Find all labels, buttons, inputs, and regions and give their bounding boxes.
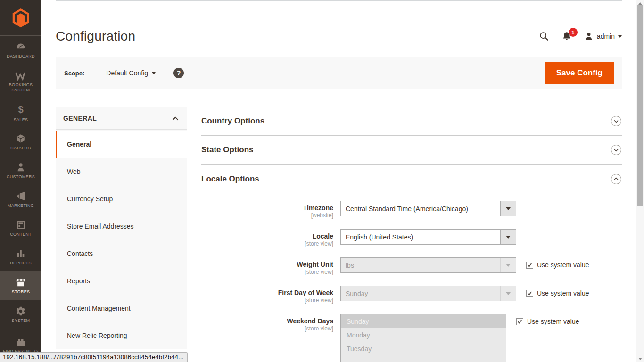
form-row-locale: Locale [store view] English (United Stat… <box>201 229 622 247</box>
multiselect-option-sunday: Sunday <box>341 314 506 328</box>
browser-scrollbar[interactable] <box>636 0 644 362</box>
config-nav-item-contacts[interactable]: Contacts <box>56 240 187 267</box>
triangle-down-icon <box>638 358 642 360</box>
scope-switcher[interactable]: Default Config <box>106 69 156 77</box>
select-value: lbs <box>346 262 354 269</box>
magento-logo-icon <box>10 7 32 29</box>
chevron-down-icon <box>506 207 511 210</box>
config-nav-item-currency-setup[interactable]: Currency Setup <box>56 185 187 213</box>
use-system-value-toggle[interactable]: Use system value <box>516 314 579 325</box>
sidebar-item-reports[interactable]: REPORTS <box>0 243 41 272</box>
use-system-value-toggle[interactable]: Use system value <box>526 286 589 297</box>
dropdown-button <box>500 258 516 272</box>
nav-item-label: New Relic Reporting <box>67 332 127 339</box>
notification-badge: 1 <box>569 28 578 37</box>
search-button[interactable] <box>539 31 549 41</box>
partners-icon <box>16 337 26 347</box>
select-value: Central Standard Time (America/Chicago) <box>346 205 468 213</box>
marketing-icon <box>16 191 26 201</box>
config-nav-item-new-relic-reporting[interactable]: New Relic Reporting <box>56 322 187 349</box>
search-icon <box>539 31 549 41</box>
save-config-button[interactable]: Save Config <box>545 62 614 84</box>
customers-icon <box>16 162 26 173</box>
sidebar-item-label: CONTENT <box>10 232 32 237</box>
scope-bar: Scope: Default Config ? Save Config <box>56 57 622 89</box>
stores-icon <box>15 277 26 288</box>
use-system-value-label: Use system value <box>537 289 589 297</box>
select-value: Sunday <box>346 290 368 297</box>
main-content: Configuration 1 admin <box>41 0 636 362</box>
config-nav-item-general[interactable]: General <box>56 131 187 158</box>
page-header: Configuration 1 admin <box>56 1 622 57</box>
chevron-down-circle-icon <box>611 115 622 127</box>
field-scope-hint: [store view] <box>201 240 333 247</box>
magento-logo[interactable] <box>0 0 41 36</box>
sidebar-item-catalog[interactable]: CATALOG <box>0 128 41 156</box>
bookings-icon <box>15 71 26 81</box>
checkmark-icon <box>517 319 522 324</box>
scope-help-button[interactable]: ? <box>173 68 184 78</box>
scrollbar-down-arrow[interactable] <box>636 355 644 362</box>
sidebar-item-bookings-system[interactable]: BOOKINGS SYSTEM <box>0 65 41 99</box>
nav-item-label: General <box>67 140 91 148</box>
first-day-of-week-select: Sunday <box>340 286 516 301</box>
sidebar-item-system[interactable]: SYSTEM <box>0 300 41 329</box>
checkbox-checked[interactable] <box>526 262 533 269</box>
user-icon <box>584 32 594 41</box>
sidebar-item-label: MARKETING <box>8 203 34 208</box>
sidebar-item-dashboard[interactable]: DASHBOARD <box>0 36 41 65</box>
use-system-value-toggle[interactable]: Use system value <box>526 257 589 269</box>
dropdown-button[interactable] <box>500 230 516 244</box>
scope-value: Default Config <box>106 69 148 77</box>
field-control: lbs <box>340 257 516 273</box>
scope-controls: Scope: Default Config ? <box>64 68 184 78</box>
sidebar-item-label: SYSTEM <box>12 318 30 323</box>
sidebar-item-customers[interactable]: CUSTOMERS <box>0 156 41 185</box>
section-title: Locale Options <box>201 174 259 184</box>
config-nav-section-title: GENERAL <box>63 115 97 122</box>
chevron-down-icon <box>618 35 622 38</box>
field-control: Sunday Monday Tuesday <box>340 314 506 362</box>
sidebar-divider <box>7 330 35 330</box>
sidebar-item-content[interactable]: CONTENT <box>0 214 41 243</box>
field-control: Central Standard Time (America/Chicago) <box>340 201 516 216</box>
config-nav-item-content-management[interactable]: Content Management <box>56 295 187 322</box>
scrollbar-thumb[interactable] <box>637 5 643 206</box>
config-nav-item-store-email-addresses[interactable]: Store Email Addresses <box>56 213 187 240</box>
locale-select[interactable]: English (United States) <box>340 229 516 245</box>
field-label-block: Timezone [website] <box>201 201 333 219</box>
chevron-down-icon <box>506 292 511 295</box>
timezone-select[interactable]: Central Standard Time (America/Chicago) <box>340 201 516 216</box>
section-locale-options[interactable]: Locale Options <box>201 165 622 193</box>
checkbox-checked[interactable] <box>516 318 523 325</box>
dashboard-icon <box>16 41 26 52</box>
field-label: Timezone <box>201 204 333 212</box>
field-label: Weekend Days <box>201 317 333 325</box>
notifications-button[interactable]: 1 <box>561 31 572 41</box>
config-nav-item-reports[interactable]: Reports <box>56 267 187 295</box>
use-system-value-label: Use system value <box>527 318 579 325</box>
header-actions: 1 admin <box>539 31 622 41</box>
section-country-options[interactable]: Country Options <box>201 107 622 136</box>
section-state-options[interactable]: State Options <box>201 136 622 165</box>
weight-unit-select: lbs <box>340 257 516 273</box>
sidebar-item-marketing[interactable]: MARKETING <box>0 185 41 214</box>
multiselect-option-tuesday: Tuesday <box>341 342 506 355</box>
chevron-up-circle-icon <box>611 173 622 185</box>
nav-item-label: Web <box>67 168 81 175</box>
checkbox-checked[interactable] <box>526 290 533 297</box>
page-title: Configuration <box>56 29 135 44</box>
field-label: Locale <box>201 232 333 240</box>
sidebar-item-stores[interactable]: STORES <box>0 272 41 300</box>
triangle-up-icon <box>638 2 642 5</box>
sidebar-item-sales[interactable]: $ SALES <box>0 99 41 128</box>
select-value: English (United States) <box>346 233 413 241</box>
chevron-down-icon <box>152 72 156 74</box>
field-control: English (United States) <box>340 229 516 245</box>
config-nav-section-general[interactable]: GENERAL <box>56 107 187 130</box>
admin-menu[interactable]: admin <box>584 32 622 41</box>
config-columns: GENERAL General Web Currency Setup Store… <box>56 107 622 362</box>
dropdown-button[interactable] <box>500 201 516 216</box>
config-nav-item-web[interactable]: Web <box>56 158 187 185</box>
multiselect-option-monday: Monday <box>341 328 506 342</box>
